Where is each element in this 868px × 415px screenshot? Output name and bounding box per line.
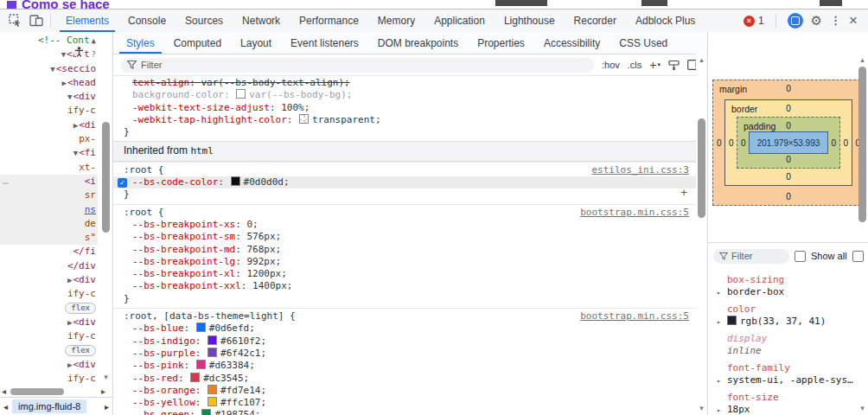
tree-row[interactable]: sr	[0, 188, 98, 202]
node-text[interactable]: <i	[85, 176, 96, 187]
padding-right-value[interactable]: 0	[831, 138, 836, 148]
tree-row[interactable]: flex	[0, 344, 98, 358]
node-text[interactable]: </div	[67, 260, 96, 271]
computed-property-value[interactable]: ▸system-ui, -apple-sys…	[708, 374, 857, 386]
margin-bottom-value[interactable]: 0	[713, 192, 864, 201]
breadcrumb-right-icon[interactable]: ▸	[105, 402, 109, 412]
inspect-element-icon[interactable]	[5, 11, 26, 30]
property-value[interactable]: var(--bs-body-bg);	[249, 89, 352, 100]
tree-row[interactable]: ▶<div	[0, 273, 98, 287]
css-declaration[interactable]: --bs-breakpoint-md: 768px;	[113, 244, 696, 256]
css-declaration[interactable]: --bs-red: #dc3545;	[113, 373, 696, 385]
expander-icon[interactable]: ▶	[61, 79, 66, 87]
subtab-styles[interactable]: Styles	[117, 32, 164, 54]
tree-row[interactable]: ▼<fi	[0, 146, 98, 160]
property-value[interactable]: 768px;	[246, 244, 281, 255]
scroll-down-icon[interactable]: ▾	[857, 405, 868, 412]
css-declaration[interactable]: --bs-indigo: #6610f2;	[113, 335, 696, 348]
node-text[interactable]: sr	[85, 189, 96, 201]
node-text[interactable]: <di	[79, 119, 96, 131]
property-name[interactable]: --bs-breakpoint-xs	[132, 219, 235, 230]
expander-icon[interactable]: ▼	[50, 65, 54, 73]
padding-left-value[interactable]: 0	[741, 138, 746, 148]
tree-row[interactable]: px-	[0, 132, 98, 146]
property-name[interactable]: background-color	[132, 89, 224, 100]
color-swatch[interactable]	[201, 409, 211, 415]
subtab-computed[interactable]: Computed	[164, 32, 231, 54]
settings-gear-icon[interactable]: ⚙	[811, 14, 822, 28]
node-text[interactable]: <fi	[79, 147, 96, 158]
node-text[interactable]: px-	[79, 133, 96, 144]
color-swatch[interactable]	[207, 385, 217, 394]
breadcrumb-item[interactable]: img.img-fluid-8	[12, 399, 86, 413]
rule-selector[interactable]: :root {estilos_ini.css:3	[113, 164, 696, 176]
node-text[interactable]: s"	[85, 232, 96, 243]
subtab-css-used[interactable]: CSS Used	[610, 32, 677, 54]
css-declaration[interactable]: text-align: var(--bs-body-text-align);	[113, 77, 696, 89]
node-text[interactable]: <div	[73, 274, 97, 285]
border-top-value[interactable]: 0	[725, 104, 852, 113]
tree-row[interactable]: ▶<div	[0, 316, 98, 329]
tree-row[interactable]: </fi	[0, 245, 98, 259]
computed-property-value[interactable]: inline	[708, 345, 857, 357]
flex-badge[interactable]: flex	[65, 345, 96, 356]
property-value[interactable]: #0d0d0d;	[244, 176, 290, 188]
declaration-checkbox[interactable]: ✓	[118, 178, 127, 188]
property-name[interactable]: --bs-breakpoint-lg	[132, 256, 235, 267]
new-style-rule-button[interactable]: +▾	[649, 58, 661, 72]
property-name[interactable]: --bs-purple	[132, 348, 195, 359]
color-swatch[interactable]	[727, 316, 737, 325]
computed-property[interactable]: font-family▸system-ui, -apple-sys…	[708, 362, 857, 386]
breadcrumb-left-icon[interactable]: ◂	[3, 402, 8, 412]
tree-row[interactable]: de	[0, 217, 98, 231]
box-model-padding[interactable]: padding 0 0 0 0 201.979×53.993	[737, 117, 840, 169]
elements-vertical-scrollbar[interactable]: ▾	[100, 34, 112, 383]
computed-property[interactable]: font-size▸18px	[708, 392, 857, 415]
error-badge[interactable]: × 1	[744, 15, 764, 27]
styles-filter-input[interactable]: Filter	[120, 58, 594, 73]
property-value[interactable]: #fd7e14;	[220, 385, 266, 396]
property-value[interactable]: #6610f2;	[220, 335, 266, 347]
property-name[interactable]: --bs-indigo	[132, 335, 195, 347]
css-declaration[interactable]: ✓--bs-code-color: #0d0d0d;	[113, 176, 696, 188]
property-name[interactable]: text-align	[132, 77, 189, 88]
close-devtools-icon[interactable]: ×	[849, 14, 858, 28]
css-declaration[interactable]: --bs-orange: #fd7e14;	[113, 385, 696, 397]
property-value[interactable]: #6f42c1;	[220, 348, 266, 359]
scrollbar-thumb[interactable]	[102, 122, 110, 233]
color-swatch[interactable]	[190, 373, 200, 382]
property-name[interactable]: -webkit-text-size-adjust	[132, 102, 270, 113]
color-swatch[interactable]	[236, 89, 246, 99]
scrollbar-thumb[interactable]	[858, 67, 866, 222]
scroll-up-icon[interactable]: ▴	[857, 56, 868, 64]
tree-row[interactable]: ▼<div	[0, 90, 98, 104]
expander-icon[interactable]: ▸	[717, 375, 721, 387]
node-text[interactable]: ify-c	[67, 330, 96, 342]
property-name[interactable]: --bs-blue	[132, 322, 184, 334]
css-declaration[interactable]: --bs-purple: #6f42c1;	[113, 348, 696, 360]
scroll-down-icon[interactable]: ▾	[696, 405, 707, 412]
expander-icon[interactable]: ▸	[717, 405, 721, 415]
padding-bottom-value[interactable]: 0	[737, 155, 839, 164]
tree-row[interactable]: ▼<seccio	[0, 62, 98, 76]
property-name[interactable]: --bs-green	[132, 409, 189, 415]
stylesheet-link[interactable]: estilos_ini.css:3	[591, 164, 689, 176]
sidebar-vertical-scrollbar[interactable]: ▴ ▾	[857, 54, 868, 415]
css-declaration[interactable]: --bs-green: #198754;	[113, 409, 696, 415]
expander-icon[interactable]: ▼	[67, 93, 72, 101]
subtab-layout[interactable]: Layout	[231, 32, 281, 54]
css-declaration[interactable]: --bs-blue: #0d6efd;	[113, 322, 696, 335]
node-text[interactable]: de	[85, 218, 96, 229]
node-text[interactable]: ify-c	[67, 105, 96, 116]
computed-property-name[interactable]: box-sizing	[708, 274, 857, 286]
css-declaration[interactable]: --bs-pink: #d63384;	[113, 360, 696, 372]
elements-horizontal-scrollbar[interactable]: ◂ ▸	[0, 386, 112, 398]
property-name[interactable]: --bs-breakpoint-xxl	[132, 280, 241, 291]
property-name[interactable]: --bs-code-color	[132, 176, 218, 188]
show-all-checkbox[interactable]	[795, 251, 806, 262]
color-swatch[interactable]	[196, 322, 206, 332]
tab-network[interactable]: Network	[233, 10, 290, 32]
property-name[interactable]: -webkit-tap-highlight-color	[132, 114, 287, 125]
expander-icon[interactable]: ▶	[67, 318, 72, 327]
color-swatch[interactable]	[196, 360, 206, 369]
